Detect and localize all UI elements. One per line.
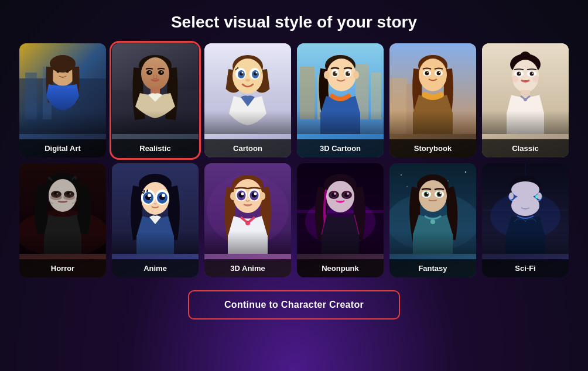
svg-point-131 bbox=[401, 174, 402, 176]
svg-rect-34 bbox=[371, 73, 381, 119]
svg-point-7 bbox=[66, 70, 69, 73]
style-card-storybook[interactable]: Storybook bbox=[389, 43, 476, 157]
svg-point-143 bbox=[427, 193, 429, 194]
svg-rect-85 bbox=[44, 235, 81, 254]
style-card-storybook-label: Storybook bbox=[389, 139, 476, 157]
style-card-cartoon[interactable]: Cartoon bbox=[204, 43, 291, 157]
svg-rect-2 bbox=[25, 73, 37, 119]
svg-point-54 bbox=[425, 71, 429, 75]
svg-point-83 bbox=[50, 194, 62, 200]
svg-point-15 bbox=[149, 71, 151, 73]
svg-point-159 bbox=[511, 181, 539, 198]
style-card-fantasy[interactable]: Fantasy bbox=[389, 163, 476, 277]
style-card-digital-art[interactable]: Digital Art bbox=[19, 43, 106, 157]
style-card-3d-anime-label: 3D Anime bbox=[204, 259, 291, 277]
svg-point-36 bbox=[327, 59, 356, 91]
svg-rect-63 bbox=[507, 112, 544, 134]
svg-point-50 bbox=[419, 59, 447, 91]
svg-point-74 bbox=[19, 210, 106, 254]
continue-button[interactable]: Continue to Character Creator bbox=[188, 290, 400, 320]
svg-point-67 bbox=[517, 72, 521, 76]
style-card-scifi-label: Sci-Fi bbox=[482, 259, 569, 277]
style-card-horror-label: Horror bbox=[19, 259, 106, 277]
svg-point-11 bbox=[141, 57, 169, 90]
svg-point-56 bbox=[428, 72, 429, 73]
svg-rect-98 bbox=[136, 235, 174, 254]
style-grid: Digital Art Recommended bbox=[19, 43, 569, 277]
svg-point-57 bbox=[439, 72, 440, 73]
svg-point-134 bbox=[406, 186, 408, 187]
svg-point-70 bbox=[532, 73, 534, 74]
style-card-scifi[interactable]: Sci-Fi bbox=[482, 163, 569, 277]
svg-point-6 bbox=[57, 70, 60, 73]
svg-rect-113 bbox=[228, 235, 268, 254]
svg-point-38 bbox=[353, 71, 359, 79]
svg-point-16 bbox=[161, 71, 163, 73]
svg-rect-162 bbox=[505, 235, 545, 254]
style-card-3d-anime[interactable]: 3D Anime bbox=[204, 163, 291, 277]
page-title: Select visual style of your story bbox=[171, 13, 417, 32]
style-card-horror[interactable]: Horror bbox=[19, 163, 106, 277]
svg-point-114 bbox=[245, 221, 250, 225]
svg-point-37 bbox=[324, 71, 330, 79]
svg-point-127 bbox=[347, 193, 349, 195]
svg-rect-145 bbox=[413, 233, 453, 254]
svg-point-84 bbox=[63, 194, 75, 200]
svg-point-103 bbox=[230, 192, 236, 200]
style-card-digital-art-label: Digital Art bbox=[19, 139, 106, 157]
svg-point-161 bbox=[537, 193, 542, 200]
svg-rect-31 bbox=[300, 67, 314, 119]
svg-rect-128 bbox=[322, 233, 359, 254]
style-card-fantasy-label: Fantasy bbox=[389, 259, 476, 277]
style-card-neonpunk[interactable]: Neonpunk bbox=[297, 163, 384, 277]
svg-rect-51 bbox=[413, 112, 453, 134]
svg-point-133 bbox=[447, 180, 449, 181]
style-card-cartoon-label: Cartoon bbox=[204, 139, 291, 157]
svg-point-144 bbox=[440, 193, 442, 194]
svg-rect-45 bbox=[320, 112, 360, 134]
svg-point-71 bbox=[511, 75, 518, 83]
style-card-3d-cartoon[interactable]: 3D Cartoon bbox=[297, 43, 384, 157]
svg-rect-47 bbox=[389, 78, 407, 134]
svg-point-97 bbox=[150, 198, 151, 199]
style-card-realistic-label: Realistic bbox=[112, 139, 199, 157]
svg-point-64 bbox=[524, 98, 527, 101]
svg-point-160 bbox=[509, 193, 514, 200]
svg-point-43 bbox=[336, 72, 337, 74]
style-card-anime-label: Anime bbox=[112, 259, 199, 277]
svg-point-69 bbox=[519, 73, 521, 74]
svg-point-158 bbox=[511, 195, 539, 216]
style-card-classic[interactable]: Classic bbox=[482, 43, 569, 157]
style-card-realistic[interactable]: Recommended bbox=[112, 43, 199, 157]
svg-point-146 bbox=[430, 219, 435, 224]
svg-point-104 bbox=[259, 192, 265, 200]
svg-point-5 bbox=[50, 55, 76, 73]
svg-point-68 bbox=[530, 72, 534, 76]
svg-point-44 bbox=[348, 72, 350, 74]
style-card-anime[interactable]: Anime bbox=[112, 163, 199, 277]
svg-point-27 bbox=[242, 72, 244, 74]
svg-point-111 bbox=[241, 193, 244, 195]
style-card-neonpunk-label: Neonpunk bbox=[297, 259, 384, 277]
svg-point-126 bbox=[334, 193, 336, 195]
svg-point-28 bbox=[256, 72, 258, 74]
style-card-classic-label: Classic bbox=[482, 139, 569, 157]
svg-point-96 bbox=[162, 194, 165, 197]
svg-point-95 bbox=[148, 194, 151, 197]
svg-point-72 bbox=[532, 75, 539, 83]
svg-point-29 bbox=[245, 79, 250, 82]
svg-point-132 bbox=[465, 171, 466, 173]
style-card-3d-cartoon-label: 3D Cartoon bbox=[297, 139, 384, 157]
svg-point-112 bbox=[254, 193, 257, 195]
svg-point-55 bbox=[437, 71, 441, 75]
